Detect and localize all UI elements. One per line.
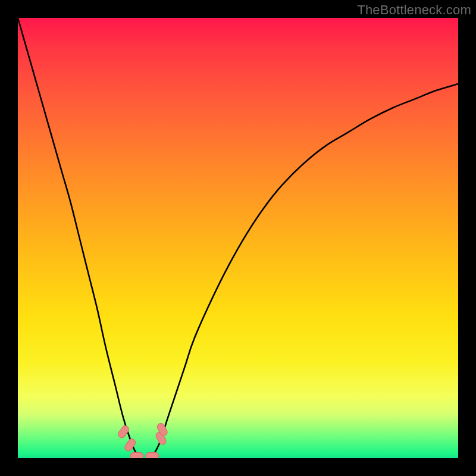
curve-marker bbox=[146, 452, 159, 458]
curve-marker bbox=[130, 452, 143, 458]
plot-area bbox=[18, 18, 458, 458]
chart-svg bbox=[18, 18, 458, 458]
curve-marker bbox=[155, 431, 167, 446]
markers-group bbox=[117, 422, 168, 458]
watermark-text: TheBottleneck.com bbox=[357, 2, 471, 18]
chart-frame: TheBottleneck.com bbox=[0, 0, 476, 476]
curve-marker bbox=[117, 424, 130, 439]
curve-marker bbox=[123, 437, 136, 452]
bottleneck-curve bbox=[18, 18, 458, 458]
curve-marker bbox=[156, 422, 168, 437]
